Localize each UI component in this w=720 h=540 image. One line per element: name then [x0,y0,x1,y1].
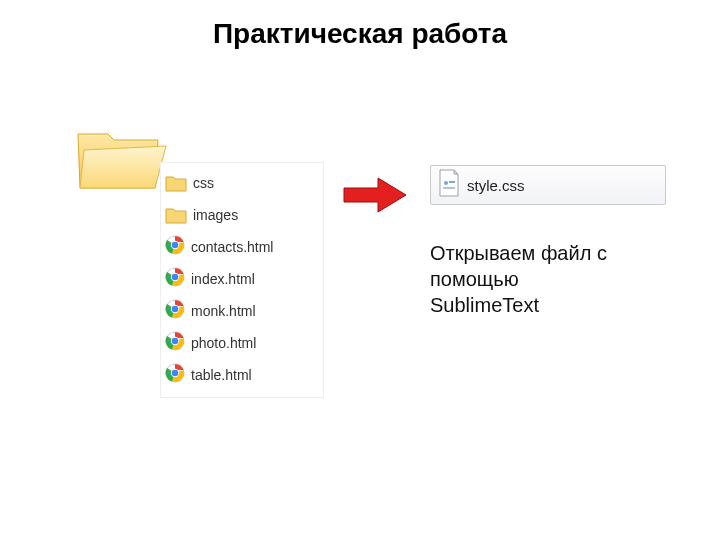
arrow-icon [340,175,410,219]
file-label: index.html [191,271,255,287]
chrome-icon [165,363,185,387]
svg-rect-17 [443,187,455,189]
file-row-table[interactable]: table.html [165,359,315,391]
chrome-icon [165,267,185,291]
file-label: contacts.html [191,239,273,255]
file-row-contacts[interactable]: contacts.html [165,231,315,263]
file-list-panel: css images contacts.html [160,162,324,398]
svg-point-5 [172,274,179,281]
svg-point-8 [172,306,179,313]
file-label: table.html [191,367,252,383]
folder-icon [165,173,187,193]
svg-point-14 [172,370,179,377]
file-label: monk.html [191,303,256,319]
folder-open-icon [70,120,170,204]
svg-rect-16 [449,181,455,183]
target-file-label: style.css [467,177,525,194]
file-row-monk[interactable]: monk.html [165,295,315,327]
target-file-box[interactable]: style.css [430,165,666,205]
chrome-icon [165,331,185,355]
file-row-images[interactable]: images [165,199,315,231]
svg-point-15 [444,181,448,185]
chrome-icon [165,299,185,323]
file-label: photo.html [191,335,256,351]
css-file-icon [437,169,461,201]
chrome-icon [165,235,185,259]
page-title: Практическая работа [0,0,720,50]
svg-point-2 [172,242,179,249]
file-row-photo[interactable]: photo.html [165,327,315,359]
folder-icon [165,205,187,225]
svg-point-11 [172,338,179,345]
file-row-css[interactable]: css [165,167,315,199]
file-label: images [193,207,238,223]
file-label: css [193,175,214,191]
instruction-text: Открываем файл с помощью SublimeText [430,240,630,318]
file-row-index[interactable]: index.html [165,263,315,295]
